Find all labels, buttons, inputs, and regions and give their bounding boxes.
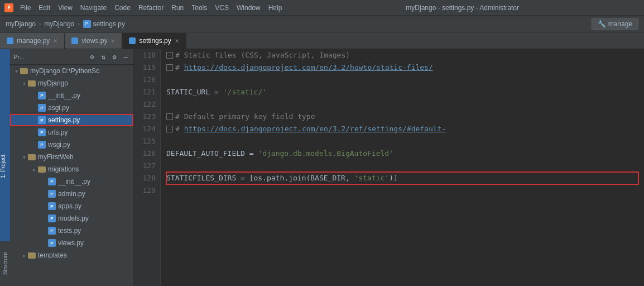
tab-views-py[interactable]: views.py ✕ xyxy=(65,33,122,49)
py-icon-models: P xyxy=(48,214,56,222)
folder-icon-root xyxy=(20,68,28,74)
menu-help[interactable]: Help xyxy=(265,3,286,13)
folder-icon-myfirstweb xyxy=(28,154,36,160)
tab-manage-py[interactable]: manage.py ✕ xyxy=(0,33,65,49)
menu-vcs[interactable]: VCS xyxy=(212,3,232,13)
tree-item-apps[interactable]: P apps.py xyxy=(10,200,133,212)
tree-item-mydjango[interactable]: myDjango xyxy=(10,77,133,89)
py-icon-init2: P xyxy=(48,178,56,185)
sidebar-settings-btn[interactable]: ⚙ xyxy=(110,53,119,61)
comma-128: , xyxy=(345,172,354,184)
tree-item-settings[interactable]: P settings.py xyxy=(10,114,133,126)
tree-item-views[interactable]: P views.py xyxy=(10,237,133,249)
fold-119[interactable]: - xyxy=(166,64,173,71)
breadcrumb-settings[interactable]: P settings.py xyxy=(83,20,125,28)
tree-item-urls[interactable]: P urls.py xyxy=(10,126,133,139)
tree-label-init2: __init__.py xyxy=(58,178,90,185)
code-area: 118 119 120 121 122 123 124 125 126 127 … xyxy=(134,49,644,286)
link-124[interactable]: https://docs.djangoproject.com/en/3.2/re… xyxy=(184,123,446,135)
tree-item-admin[interactable]: P admin.py xyxy=(10,188,133,200)
breadcrumb-file-icon: P xyxy=(83,20,91,28)
py-icon-init: P xyxy=(38,92,46,99)
folder-icon-migrations xyxy=(38,166,46,173)
tree-item-models[interactable]: P models.py xyxy=(10,212,133,225)
tree-item-init[interactable]: P __init__.py xyxy=(10,89,133,102)
code-line-129 xyxy=(166,184,638,197)
fold-124[interactable]: - xyxy=(166,126,173,132)
tab-close-manage[interactable]: ✕ xyxy=(53,38,57,44)
sidebar-expand-btn[interactable]: ⇅ xyxy=(99,53,108,61)
code-line-119: - # https://docs.djangoproject.com/en/3.… xyxy=(166,61,638,74)
menu-edit[interactable]: Edit xyxy=(35,3,54,13)
tree-item-templates[interactable]: templates xyxy=(10,249,133,261)
menu-code[interactable]: Code xyxy=(111,3,134,13)
manage-button[interactable]: 🔧 manage xyxy=(592,18,638,30)
tab-close-views[interactable]: ✕ xyxy=(110,38,115,44)
line-num-127: 127 xyxy=(136,160,156,172)
sidebar-header-text: Pr... xyxy=(13,54,25,60)
line-num-118: 118 xyxy=(136,49,156,61)
sidebar-hide-btn[interactable]: — xyxy=(121,53,130,61)
structure-panel-label[interactable]: Structure xyxy=(0,241,10,286)
tab-label-views: views.py xyxy=(81,37,107,45)
code-content[interactable]: - # Static files (CSS, JavaScript, Image… xyxy=(161,49,644,286)
tree-label-settings: settings.py xyxy=(48,116,80,124)
tree-label-admin: admin.py xyxy=(58,190,85,198)
tree-label-mydjango: myDjango xyxy=(38,79,68,87)
folder-icon-templates xyxy=(28,252,36,259)
line-num-119: 119 xyxy=(136,61,156,74)
tree-arrow-templates xyxy=(20,252,28,259)
menu-file[interactable]: File xyxy=(17,3,34,13)
menu-tools[interactable]: Tools xyxy=(188,3,210,13)
menu-window[interactable]: Window xyxy=(233,3,264,13)
line-num-122: 122 xyxy=(136,98,156,111)
fold-123[interactable]: - xyxy=(166,113,173,120)
comment-119: # xyxy=(175,61,184,74)
menu-refactor[interactable]: Refactor xyxy=(135,3,167,13)
link-119[interactable]: https://docs.djangoproject.com/en/3.2/ho… xyxy=(184,61,433,74)
menu-view[interactable]: View xyxy=(55,3,76,13)
assign-128: = [ xyxy=(236,172,253,184)
func-128: os.path.join( xyxy=(254,172,311,184)
py-icon-urls: P xyxy=(38,128,46,136)
tree-item-migrations[interactable]: migrations xyxy=(10,163,133,175)
code-line-118: - # Static files (CSS, JavaScript, Image… xyxy=(166,49,638,61)
tree-item-asgi[interactable]: P asgi.py xyxy=(10,102,133,114)
breadcrumb-mydjango[interactable]: myDjango xyxy=(44,20,74,28)
tree-label-apps: apps.py xyxy=(58,202,81,210)
menu-navigate[interactable]: Navigate xyxy=(77,3,110,13)
code-line-122 xyxy=(166,98,638,111)
line-num-121: 121 xyxy=(136,86,156,98)
menu-run[interactable]: Run xyxy=(168,3,187,13)
tree-item-myfirstweb[interactable]: myFirstWeb xyxy=(10,151,133,163)
line-num-123: 123 xyxy=(136,111,156,123)
app-icon: P xyxy=(4,3,13,12)
py-icon-apps: P xyxy=(48,202,56,210)
tree-item-tests[interactable]: P tests.py xyxy=(10,225,133,237)
tree-item-root[interactable]: myDjango D:\PythonSc xyxy=(10,65,133,77)
sidebar: 1: Project Pr... ⊙ ⇅ ⚙ — xyxy=(0,49,134,286)
code-line-125 xyxy=(166,135,638,147)
tree-item-init2[interactable]: P __init__.py xyxy=(10,175,133,188)
sidebar-header-icons: ⊙ ⇅ ⚙ — xyxy=(88,53,130,61)
line-num-128: 128 xyxy=(136,172,156,184)
tab-bar: manage.py ✕ views.py ✕ settings.py ✕ xyxy=(0,32,644,49)
line-numbers: 118 119 120 121 122 123 124 125 126 127 … xyxy=(134,49,161,286)
tree-label-init: __init__.py xyxy=(48,92,80,99)
main-area: 1: Project Pr... ⊙ ⇅ ⚙ — xyxy=(0,49,644,286)
tab-settings-py[interactable]: settings.py ✕ xyxy=(122,33,186,49)
breadcrumb-label-1: myDjango xyxy=(44,20,74,28)
sidebar-localize-btn[interactable]: ⊙ xyxy=(88,53,97,61)
breadcrumb-sep-1: › xyxy=(38,20,42,28)
breadcrumb-mydjango-root[interactable]: myDjango xyxy=(6,20,36,28)
breadcrumb-label-2: settings.py xyxy=(93,20,125,28)
line-num-125: 125 xyxy=(136,135,156,147)
fold-118[interactable]: - xyxy=(166,52,173,59)
tree-item-wsgi[interactable]: P wsgi.py xyxy=(10,139,133,151)
code-line-127 xyxy=(166,160,638,172)
string-121: '/static/' xyxy=(223,86,267,98)
tree-arrow-root xyxy=(12,68,20,74)
folder-icon-mydjango xyxy=(28,80,36,87)
code-editor: 118 119 120 121 122 123 124 125 126 127 … xyxy=(134,49,644,286)
tab-close-settings[interactable]: ✕ xyxy=(175,38,179,44)
